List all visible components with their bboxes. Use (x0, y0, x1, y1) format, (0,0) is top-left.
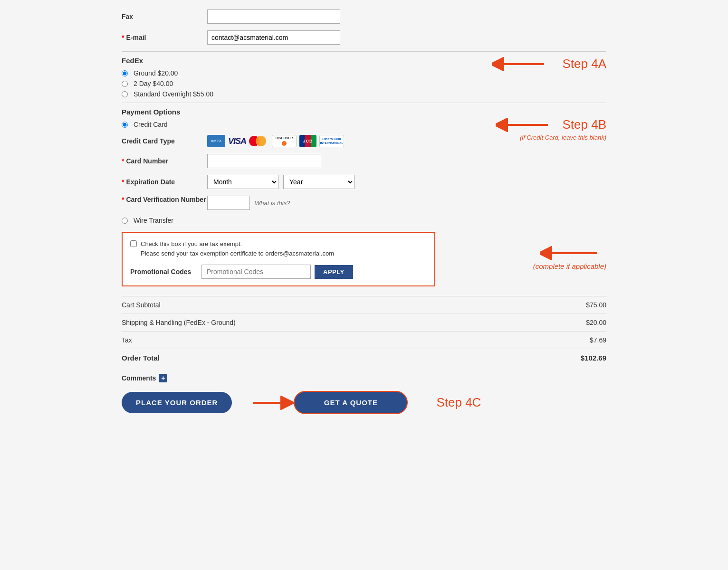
fedex-2day-radio[interactable] (122, 81, 128, 87)
shipping-label: Shipping & Handling (FedEx - Ground) (122, 319, 236, 326)
wire-transfer-option: Wire Transfer (122, 217, 606, 224)
step4a-label: Step 4A (562, 57, 606, 71)
fax-row: Fax (122, 10, 606, 24)
payment-title: Payment Options (122, 108, 606, 116)
buttons-row: PLACE YOUR ORDER GET A QUOTE Step 4C (122, 391, 606, 414)
card-number-input-wrapper (207, 154, 321, 168)
arrow-get-quote-svg (251, 396, 294, 410)
cvv-label: *Card Verification Number (122, 196, 207, 203)
divider-fedex (122, 51, 606, 52)
tax-exempt-box: Check this box if you are tax exempt. Pl… (122, 232, 435, 286)
email-label: *E-mail (122, 34, 207, 41)
divider-payment (122, 103, 606, 103)
tax-value: $7.69 (590, 336, 606, 344)
credit-card-label: Credit Card (134, 121, 168, 128)
month-select[interactable]: Month 0102 0304 0506 0708 0910 1112 (207, 175, 278, 189)
shipping-value: $20.00 (586, 319, 606, 326)
step4c-label: Step 4C (436, 395, 481, 410)
expiry-selects: Month 0102 0304 0506 0708 0910 1112 Year… (207, 175, 354, 189)
step4b-sub-label: (if Credit Card, leave this blank) (520, 134, 606, 141)
get-quote-button[interactable]: GET A QUOTE (294, 391, 408, 414)
wire-transfer-radio[interactable] (122, 218, 128, 224)
credit-card-radio[interactable] (122, 122, 128, 128)
step4a-annotation: Step 4A (492, 57, 606, 71)
promo-input[interactable] (201, 265, 311, 279)
comments-row: Comments + (122, 374, 606, 382)
email-input[interactable] (207, 30, 340, 45)
cvv-row: *Card Verification Number What is this? (122, 196, 606, 210)
place-order-button[interactable]: PLACE YOUR ORDER (122, 392, 232, 413)
year-select[interactable]: Year 20242025 20262027 20282029 2030 (283, 175, 354, 189)
cart-subtotal-label: Cart Subtotal (122, 301, 161, 309)
discover-dot (282, 141, 287, 146)
fedex-overnight-label: Standard Overnight $55.00 (134, 90, 213, 98)
fax-input-wrapper (207, 10, 340, 24)
cart-subtotal-row: Cart Subtotal $75.00 (122, 296, 606, 314)
step4b-annotation: Step 4B (if Credit Card, leave this blan… (496, 117, 606, 141)
tax-label: Tax (122, 336, 132, 344)
order-total-value: $102.69 (581, 354, 606, 362)
shipping-row: Shipping & Handling (FedEx - Ground) $20… (122, 314, 606, 332)
expiration-row: *Expiration Date Month 0102 0304 0506 07… (122, 175, 606, 189)
order-total-row: Order Total $102.69 (122, 349, 606, 367)
cvv-hint: What is this? (255, 200, 290, 207)
tax-exempt-text: Check this box if you are tax exempt. Pl… (141, 239, 334, 258)
fedex-section: Step 4A FedEx Ground $20.00 2 Day $40.00… (122, 57, 606, 98)
diners-logo: Diners Club INTERNATIONAL (319, 135, 344, 147)
email-row: *E-mail (122, 30, 606, 45)
mc-circle2 (256, 136, 266, 146)
card-logos: AMEX VISA DISCOVER JCB Diners Club (207, 135, 344, 147)
order-total-label: Order Total (122, 354, 160, 362)
discover-logo: DISCOVER (272, 135, 297, 147)
payment-section: Step 4B (if Credit Card, leave this blan… (122, 108, 606, 224)
cart-subtotal-value: $75.00 (586, 301, 606, 309)
fedex-2day-option: 2 Day $40.00 (122, 80, 606, 87)
fedex-overnight-radio[interactable] (122, 91, 128, 97)
fedex-2day-label: 2 Day $40.00 (134, 80, 173, 87)
cvv-input[interactable] (207, 196, 250, 210)
comments-label: Comments (122, 374, 156, 382)
promo-row: Promotional Codes APPLY (130, 265, 427, 279)
tax-exempt-check-row: Check this box if you are tax exempt. Pl… (130, 239, 427, 258)
complete-annotation: (complete if applicable) (533, 246, 606, 270)
email-input-wrapper (207, 30, 340, 45)
jcb-logo: JCB (299, 135, 316, 147)
card-number-input[interactable] (207, 154, 321, 168)
card-number-label: *Card Number (122, 157, 207, 165)
arrow-complete-svg (540, 246, 606, 260)
order-summary: Cart Subtotal $75.00 Shipping & Handling… (122, 296, 606, 367)
fedex-ground-label: Ground $20.00 (134, 69, 178, 77)
tax-promo-section: (complete if applicable) Check this box … (122, 232, 606, 286)
fedex-overnight-option: Standard Overnight $55.00 (122, 90, 606, 98)
fax-input[interactable] (207, 10, 340, 24)
visa-logo: VISA (228, 136, 246, 146)
complete-if-label: (complete if applicable) (533, 262, 606, 270)
wire-transfer-label: Wire Transfer (134, 217, 173, 224)
amex-logo: AMEX (207, 135, 225, 147)
apply-button[interactable]: APPLY (315, 265, 353, 279)
fax-label: Fax (122, 13, 207, 20)
arrow-4b-svg (496, 118, 557, 132)
get-quote-arrow-group: GET A QUOTE (251, 391, 408, 414)
cvv-input-group: What is this? (207, 196, 290, 210)
comments-add-button[interactable]: + (159, 374, 167, 382)
buttons-section: PLACE YOUR ORDER GET A QUOTE Step 4C (122, 391, 606, 424)
fedex-ground-radio[interactable] (122, 70, 128, 76)
mastercard-logo (249, 135, 269, 147)
expiration-label: *Expiration Date (122, 178, 207, 186)
step4b-arrow-row: Step 4B (496, 117, 606, 132)
tax-row: Tax $7.69 (122, 332, 606, 349)
card-type-label: Credit Card Type (122, 137, 207, 145)
promo-label: Promotional Codes (130, 268, 201, 276)
card-number-row: *Card Number (122, 154, 606, 168)
arrow-4a-svg (492, 57, 554, 71)
tax-exempt-checkbox[interactable] (130, 240, 137, 247)
step4b-label: Step 4B (562, 117, 606, 132)
